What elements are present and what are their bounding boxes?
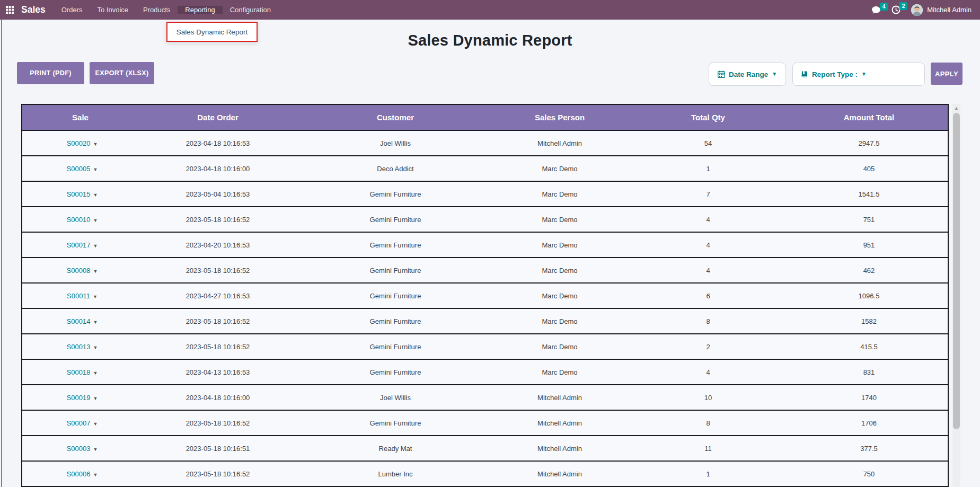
caret-down-icon[interactable]: ▼ <box>93 167 98 172</box>
cell-sale: S00015▼ <box>22 181 138 207</box>
cell-total-qty: 11 <box>626 436 790 461</box>
cell-sales-person: Mitchell Admin <box>493 461 626 486</box>
cell-sales-person: Marc Demo <box>493 334 626 359</box>
cell-date-order: 2023-05-18 10:16:52 <box>138 410 297 436</box>
table-row: S00015▼ 2023-05-04 10:16:53 Gemini Furni… <box>22 181 948 207</box>
sale-order-link[interactable]: S00017 <box>67 241 91 249</box>
cell-customer: Gemini Furniture <box>297 181 493 207</box>
cell-amount-total: 405 <box>790 156 948 181</box>
cell-date-order: 2023-04-18 10:16:00 <box>138 156 297 181</box>
nav-item-products[interactable]: Products <box>136 6 178 14</box>
apps-grid-icon[interactable] <box>0 6 19 14</box>
caret-down-icon[interactable]: ▼ <box>93 447 98 452</box>
report-type-label: Report Type : <box>812 70 858 78</box>
left-edge-divider <box>1 20 2 487</box>
sale-order-link[interactable]: S00010 <box>67 216 91 224</box>
cell-sales-person: Marc Demo <box>493 359 626 385</box>
table-row: S00011▼ 2023-04-27 10:16:53 Gemini Furni… <box>22 283 948 308</box>
caret-down-icon[interactable]: ▼ <box>93 370 98 376</box>
caret-down-icon[interactable]: ▼ <box>93 472 98 477</box>
cell-customer: Gemini Furniture <box>297 258 493 283</box>
export-xlsx-button[interactable]: EXPORT (XLSX) <box>90 62 154 84</box>
nav-item-configuration[interactable]: Configuration <box>223 6 278 14</box>
cell-customer: Deco Addict <box>297 156 493 181</box>
cell-total-qty: 1 <box>626 461 790 486</box>
table-row: S00007▼ 2023-05-18 10:16:52 Gemini Furni… <box>22 410 948 436</box>
table-row: S00014▼ 2023-05-18 10:16:52 Gemini Furni… <box>22 308 948 334</box>
cell-amount-total: 1740 <box>790 385 948 410</box>
caret-down-icon[interactable]: ▼ <box>93 218 98 223</box>
print-pdf-button[interactable]: PRINT (PDF) <box>17 62 84 84</box>
table-row: S00008▼ 2023-05-18 10:16:52 Gemini Furni… <box>22 258 948 283</box>
cell-customer: Gemini Furniture <box>297 207 493 232</box>
sale-order-link[interactable]: S00019 <box>67 394 91 402</box>
cell-total-qty: 4 <box>626 232 790 258</box>
table-row: S00005▼ 2023-04-18 10:16:00 Deco Addict … <box>22 156 948 181</box>
caret-down-icon[interactable]: ▼ <box>93 396 98 401</box>
nav-item-to-invoice[interactable]: To Invoice <box>90 6 136 14</box>
caret-down-icon[interactable]: ▼ <box>93 141 98 147</box>
user-menu[interactable]: Mitchell Admin <box>911 4 972 16</box>
caret-down-icon[interactable]: ▼ <box>93 269 98 274</box>
messages-badge: 4 <box>880 3 888 11</box>
caret-down-icon[interactable]: ▼ <box>93 345 98 350</box>
messages-icon[interactable]: 4 <box>871 6 881 14</box>
nav-item-reporting[interactable]: Reporting <box>178 6 222 14</box>
cell-total-qty: 4 <box>626 258 790 283</box>
sale-order-link[interactable]: S00003 <box>67 445 91 453</box>
calendar-icon <box>718 70 725 78</box>
apply-button[interactable]: APPLY <box>931 63 963 85</box>
sale-order-link[interactable]: S00018 <box>67 368 91 376</box>
user-name: Mitchell Admin <box>927 6 972 14</box>
cell-sales-person: Mitchell Admin <box>493 410 626 436</box>
cell-sale: S00011▼ <box>22 283 138 308</box>
header-total-qty: Total Qty <box>626 104 790 130</box>
table-row: S00020▼ 2023-04-18 10:16:53 Joel Willis … <box>22 130 948 156</box>
caret-down-icon[interactable]: ▼ <box>93 192 98 198</box>
date-range-dropdown[interactable]: Date Range ▼ <box>709 63 786 86</box>
caret-down-icon[interactable]: ▼ <box>93 421 98 427</box>
nav-item-orders[interactable]: Orders <box>54 6 90 14</box>
caret-down-icon[interactable]: ▼ <box>93 320 98 325</box>
cell-sales-person: Marc Demo <box>493 308 626 334</box>
table-row: S00003▼ 2023-05-18 10:16:51 Ready Mat Mi… <box>22 436 948 461</box>
sale-order-link[interactable]: S00008 <box>67 267 91 275</box>
sale-order-link[interactable]: S00013 <box>67 343 91 351</box>
cell-sales-person: Marc Demo <box>493 207 626 232</box>
scroll-up-icon[interactable]: ▲ <box>954 104 959 112</box>
report-type-dropdown[interactable]: Report Type : ▼ <box>792 63 925 86</box>
table-row: S00019▼ 2023-04-18 10:16:00 Joel Willis … <box>22 385 948 410</box>
cell-total-qty: 6 <box>626 283 790 308</box>
cell-total-qty: 8 <box>626 308 790 334</box>
caret-down-icon[interactable]: ▼ <box>93 243 98 249</box>
cell-amount-total: 1582 <box>790 308 948 334</box>
cell-customer: Gemini Furniture <box>297 232 493 258</box>
date-range-label: Date Range <box>729 70 768 78</box>
sale-order-link[interactable]: S00020 <box>67 139 91 147</box>
table-row: S00006▼ 2023-05-18 10:16:52 Lumber Inc M… <box>22 461 948 486</box>
header-sales-person: Sales Person <box>493 104 626 130</box>
cell-date-order: 2023-05-04 10:16:53 <box>138 181 297 207</box>
cell-amount-total: 1706 <box>790 410 948 436</box>
vertical-scrollbar-thumb[interactable] <box>953 113 960 429</box>
cell-sales-person: Marc Demo <box>493 258 626 283</box>
header-customer: Customer <box>297 104 493 130</box>
app-brand[interactable]: Sales <box>19 4 54 15</box>
table-row: S00010▼ 2023-05-18 10:16:52 Gemini Furni… <box>22 207 948 232</box>
sale-order-link[interactable]: S00005 <box>67 165 91 173</box>
user-avatar <box>911 4 923 16</box>
header-date-order: Date Order <box>138 104 297 130</box>
sale-order-link[interactable]: S00007 <box>67 419 91 427</box>
cell-customer: Gemini Furniture <box>297 283 493 308</box>
book-icon <box>801 70 808 78</box>
cell-date-order: 2023-05-18 10:16:52 <box>138 207 297 232</box>
cell-sales-person: Marc Demo <box>493 283 626 308</box>
activities-clock-icon[interactable]: 2 <box>891 5 900 14</box>
sale-order-link[interactable]: S00011 <box>67 292 90 300</box>
sale-order-link[interactable]: S00015 <box>67 190 91 198</box>
sale-order-link[interactable]: S00006 <box>67 470 91 478</box>
cell-sale: S00019▼ <box>22 385 138 410</box>
caret-down-icon[interactable]: ▼ <box>93 294 98 299</box>
cell-sales-person: Marc Demo <box>493 156 626 181</box>
sale-order-link[interactable]: S00014 <box>67 317 91 325</box>
